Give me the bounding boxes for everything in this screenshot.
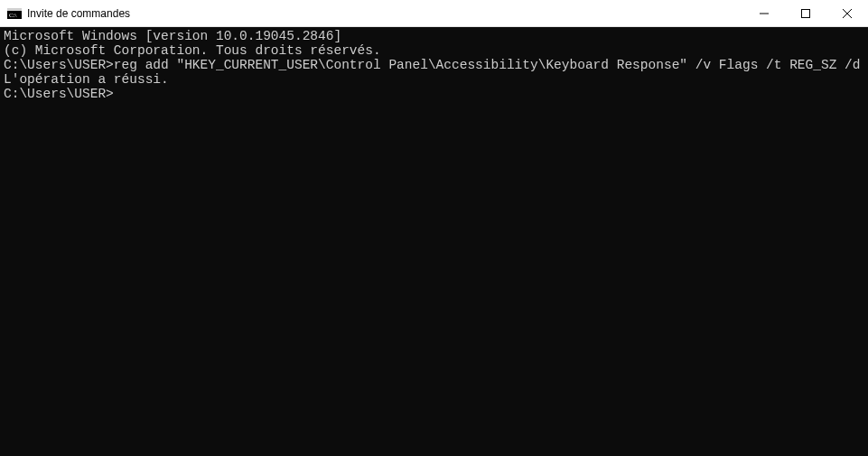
terminal-result-line: L'opération a réussi. [4, 72, 864, 87]
terminal-prompt: C:\Users\USER> [4, 58, 114, 72]
svg-rect-4 [802, 10, 810, 18]
minimize-button[interactable] [743, 0, 785, 27]
window-titlebar: C:\ Invite de commandes [0, 0, 868, 27]
maximize-icon [801, 9, 810, 18]
window-title: Invite de commandes [27, 7, 130, 20]
terminal-current-prompt-line: C:\Users\USER> [4, 87, 864, 101]
window-controls [743, 0, 868, 26]
close-button[interactable] [826, 0, 868, 27]
minimize-icon [760, 9, 769, 18]
close-icon [843, 9, 852, 18]
terminal-prompt: C:\Users\USER> [4, 87, 114, 101]
terminal-copyright-line: (c) Microsoft Corporation. Tous droits r… [4, 43, 864, 58]
cmd-icon: C:\ [7, 6, 22, 21]
svg-text:C:\: C:\ [9, 12, 17, 19]
terminal-version-line: Microsoft Windows [version 10.0.19045.28… [4, 29, 864, 43]
terminal-command-text: reg add "HKEY_CURRENT_USER\Control Panel… [114, 58, 868, 72]
svg-rect-1 [7, 8, 22, 11]
maximize-button[interactable] [785, 0, 826, 27]
terminal-area[interactable]: Microsoft Windows [version 10.0.19045.28… [0, 27, 868, 456]
terminal-command-line: C:\Users\USER>reg add "HKEY_CURRENT_USER… [4, 58, 864, 72]
